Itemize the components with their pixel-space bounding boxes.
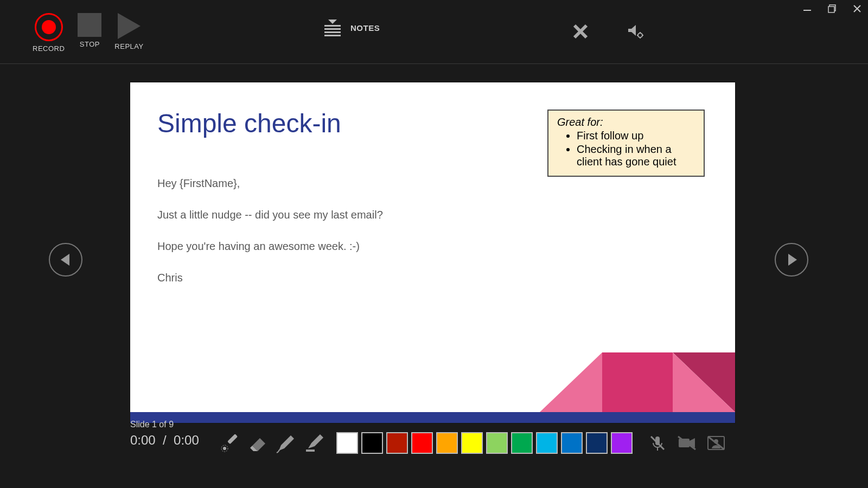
stop-button[interactable]: STOP	[78, 13, 101, 53]
chevron-left-icon	[61, 254, 69, 266]
pen-tool[interactable]	[275, 431, 298, 455]
svg-marker-12	[673, 352, 735, 412]
svg-marker-9	[540, 352, 665, 412]
slide-decoration	[130, 342, 735, 423]
slide-stage: Simple check-in Hey {FirstName}, Just a …	[0, 64, 868, 425]
color-swatch-green[interactable]	[511, 432, 533, 454]
notes-icon	[324, 20, 341, 36]
play-icon	[118, 13, 141, 39]
color-swatch-cyan[interactable]	[536, 432, 558, 454]
highlighter-tool[interactable]	[303, 431, 327, 455]
color-swatch-orange[interactable]	[436, 432, 458, 454]
next-slide-button[interactable]	[775, 243, 808, 277]
laser-pointer-tool[interactable]	[218, 431, 242, 455]
slide-canvas[interactable]: Simple check-in Hey {FirstName}, Just a …	[130, 82, 735, 423]
replay-label: REPLAY	[114, 42, 143, 50]
eraser-tool[interactable]	[246, 431, 270, 455]
color-swatch-black[interactable]	[361, 432, 383, 454]
slide-body-line: Just a little nudge -- did you see my la…	[157, 207, 383, 222]
laser-icon	[220, 433, 240, 453]
bottom-bar: Slide 1 of 9 0:00 / 0:00	[0, 418, 868, 458]
camera-button[interactable]	[676, 432, 698, 454]
color-swatch-yellow[interactable]	[461, 432, 483, 454]
microphone-button[interactable]	[647, 432, 668, 454]
slide-body-line: Chris	[157, 270, 383, 285]
color-swatch-lightgreen[interactable]	[486, 432, 508, 454]
slide-title: Simple check-in	[157, 108, 341, 138]
color-swatch-red[interactable]	[411, 432, 433, 454]
slide-body-line: Hey {FirstName},	[157, 176, 383, 191]
slide-counter: Slide 1 of 9	[130, 420, 174, 429]
record-icon	[35, 13, 63, 41]
eraser-icon	[248, 433, 269, 453]
replay-button[interactable]: REPLAY	[114, 13, 143, 53]
chevron-right-icon	[788, 254, 797, 266]
callout-item: First follow up	[577, 130, 695, 142]
callout-box: Great for: First follow up Checking in w…	[547, 110, 705, 177]
color-swatch-darkred[interactable]	[386, 432, 408, 454]
highlighter-icon	[304, 432, 326, 454]
microphone-icon	[649, 434, 666, 452]
svg-marker-11	[673, 352, 735, 412]
record-label: RECORD	[33, 44, 65, 53]
color-swatch-purple[interactable]	[611, 432, 633, 454]
notes-button[interactable]: NOTES	[324, 20, 380, 36]
previous-slide-button[interactable]	[49, 243, 82, 277]
time-elapsed: 0:00	[130, 433, 156, 447]
color-swatches	[336, 432, 633, 454]
color-swatch-navy[interactable]	[586, 432, 608, 454]
audio-settings-button[interactable]	[625, 21, 647, 42]
color-swatch-white[interactable]	[336, 432, 358, 454]
slide-body-line: Hope you're having an awesome week. :-)	[157, 239, 383, 254]
stop-label: STOP	[80, 40, 100, 48]
svg-rect-15	[227, 434, 238, 444]
color-swatch-blue[interactable]	[561, 432, 583, 454]
time-separator: /	[163, 433, 167, 447]
svg-point-3	[638, 33, 642, 37]
record-button[interactable]: RECORD	[33, 13, 65, 53]
notes-label: NOTES	[350, 23, 380, 33]
slide-body: Hey {FirstName}, Just a little nudge -- …	[157, 176, 383, 301]
camera-icon	[677, 434, 697, 452]
callout-title: Great for:	[557, 116, 695, 129]
recording-timer: 0:00 / 0:00	[130, 433, 199, 448]
speaker-gear-icon	[627, 22, 645, 41]
callout-item: Checking in when a client has gone quiet	[577, 143, 695, 168]
svg-point-13	[223, 447, 226, 450]
person-icon	[707, 434, 725, 452]
top-toolbar: RECORD STOP REPLAY NOTES	[0, 0, 868, 64]
x-icon	[572, 23, 589, 40]
cameo-button[interactable]	[705, 432, 727, 454]
svg-rect-10	[602, 352, 673, 412]
svg-rect-16	[306, 450, 315, 452]
stop-icon	[78, 13, 101, 37]
time-total: 0:00	[174, 433, 199, 447]
pen-icon	[276, 432, 297, 454]
clear-button[interactable]	[570, 21, 591, 42]
